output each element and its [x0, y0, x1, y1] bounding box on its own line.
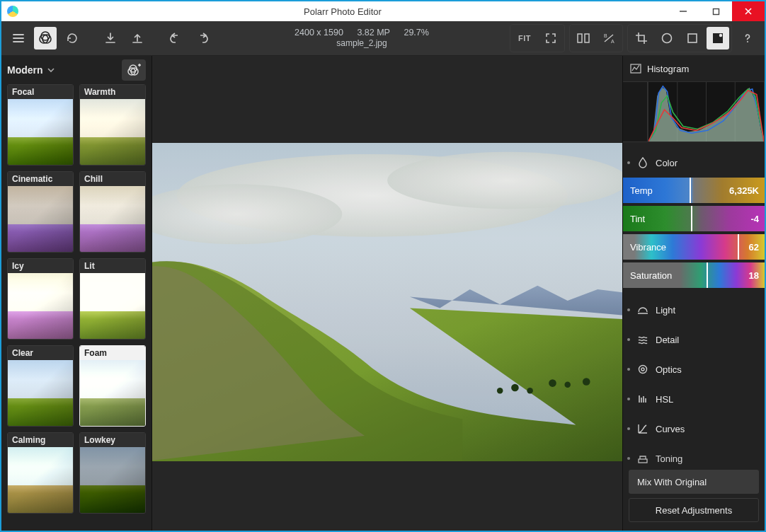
svg-rect-7 [578, 34, 582, 42]
window-controls [667, 1, 765, 21]
section-light[interactable]: Light [623, 295, 765, 325]
svg-point-15 [719, 34, 722, 37]
slider-vibrance[interactable]: Vibrance 62 [623, 234, 765, 260]
gradient-tool-button[interactable] [681, 27, 704, 50]
section-optics[interactable]: Optics [623, 354, 765, 384]
image-megapixels: 3.82 MP [357, 28, 390, 37]
filter-label: Focal [8, 85, 73, 99]
canvas-area[interactable] [152, 56, 622, 531]
app-icon [7, 6, 18, 17]
reset-adjustments-button[interactable]: Reset Adjustments [629, 498, 759, 522]
color-sliders: Temp 6,325K Tint -4 Vibrance 62 Saturati… [623, 178, 765, 295]
svg-point-36 [641, 368, 644, 371]
compare-button[interactable] [572, 27, 595, 50]
app-body: Modern FocalWarmthCinematicChillIcyLitCl… [1, 56, 765, 531]
filter-tile-warmth[interactable]: Warmth [79, 84, 146, 166]
toolbar-info: 2400 x 1590 3.82 MP 29.7% sample_2.jpg [218, 28, 505, 50]
filter-tile-lit[interactable]: Lit [79, 258, 146, 340]
droplet-icon [637, 157, 648, 168]
filter-tile-chill[interactable]: Chill [79, 171, 146, 253]
edited-image [152, 143, 622, 461]
svg-rect-1 [713, 8, 719, 14]
svg-point-16 [747, 41, 748, 42]
fullscreen-button[interactable] [539, 27, 562, 50]
filter-thumbnail [8, 360, 73, 426]
adjust-panel-button[interactable] [707, 27, 729, 50]
svg-rect-37 [639, 459, 647, 463]
import-button[interactable] [99, 27, 122, 50]
image-zoom: 29.7% [404, 28, 428, 37]
mix-with-original-button[interactable]: Mix With Original [629, 470, 759, 494]
window-close-button[interactable] [732, 1, 765, 21]
filter-tile-clear[interactable]: Clear [7, 345, 74, 427]
filter-tile-foam[interactable]: Foam [79, 345, 146, 427]
filter-tile-focal[interactable]: Focal [7, 84, 74, 166]
filters-panel-button[interactable] [34, 27, 57, 50]
svg-text:B: B [604, 33, 607, 38]
section-hsl[interactable]: HSL [623, 384, 765, 414]
fullscreen-icon [544, 32, 557, 45]
filter-label: Foam [80, 346, 145, 360]
filter-tile-lowkey[interactable]: Lowkey [79, 432, 146, 514]
hamburger-icon [11, 31, 25, 45]
section-color[interactable]: Color [623, 148, 765, 178]
filter-tile-cinematic[interactable]: Cinematic [7, 171, 74, 253]
add-filter-button[interactable] [122, 59, 146, 81]
app-window: Polarr Photo Editor [0, 0, 766, 532]
filter-tile-icy[interactable]: Icy [7, 258, 74, 340]
redo-button[interactable] [191, 27, 214, 50]
filter-label: Chill [80, 172, 145, 186]
add-filter-icon [126, 63, 142, 77]
image-filename: sample_2.jpg [336, 38, 387, 49]
filter-label: Clear [8, 346, 73, 360]
help-button[interactable] [736, 27, 759, 50]
undo-button[interactable] [164, 27, 187, 50]
svg-point-12 [663, 34, 672, 43]
upload-icon [130, 31, 144, 45]
image-dimensions: 2400 x 1590 [295, 28, 343, 37]
filter-thumbnail [8, 99, 73, 165]
menu-button[interactable] [7, 27, 30, 50]
filter-label: Icy [8, 259, 73, 273]
fit-button[interactable]: FIT [513, 27, 537, 50]
export-button[interactable] [126, 27, 149, 50]
before-after-icon: BA [602, 32, 616, 45]
svg-rect-13 [688, 34, 697, 42]
window-titlebar: Polarr Photo Editor [1, 1, 765, 21]
curves-icon [637, 423, 648, 434]
histogram-label: Histogram [647, 64, 689, 74]
download-icon [103, 31, 118, 45]
filter-label: Calming [8, 433, 73, 447]
filter-tile-calming[interactable]: Calming [7, 432, 74, 514]
histogram[interactable] [623, 81, 765, 142]
filter-category-label: Modern [7, 64, 43, 76]
filter-thumbnail [80, 99, 145, 165]
filter-thumbnail [80, 186, 145, 252]
window-title: Polarr Photo Editor [18, 6, 667, 17]
toning-icon [637, 453, 648, 464]
square-icon [686, 32, 699, 45]
section-detail[interactable]: Detail [623, 325, 765, 354]
crop-icon [635, 32, 648, 45]
window-minimize-button[interactable] [667, 1, 699, 21]
crop-tool-button[interactable] [630, 27, 653, 50]
window-maximize-button[interactable] [699, 1, 732, 21]
history-button[interactable] [61, 27, 84, 50]
filter-thumbnail [80, 360, 145, 426]
compare-icon [576, 32, 590, 45]
histogram-icon [630, 64, 641, 74]
filters-panel: Modern FocalWarmthCinematicChillIcyLitCl… [1, 56, 152, 531]
svg-text:A: A [611, 39, 614, 44]
filter-category-dropdown[interactable]: Modern [7, 64, 55, 76]
history-icon [65, 31, 79, 45]
section-curves[interactable]: Curves [623, 414, 765, 444]
slider-temp[interactable]: Temp 6,325K [623, 178, 765, 203]
filter-thumbnail [8, 273, 73, 339]
slider-tint[interactable]: Tint -4 [623, 206, 765, 231]
filter-label: Lowkey [80, 433, 145, 447]
before-after-button[interactable]: BA [598, 27, 620, 50]
radial-tool-button[interactable] [656, 27, 678, 50]
circle-icon [661, 32, 673, 45]
venn-icon [38, 30, 53, 46]
slider-saturation[interactable]: Saturation 18 [623, 262, 765, 288]
